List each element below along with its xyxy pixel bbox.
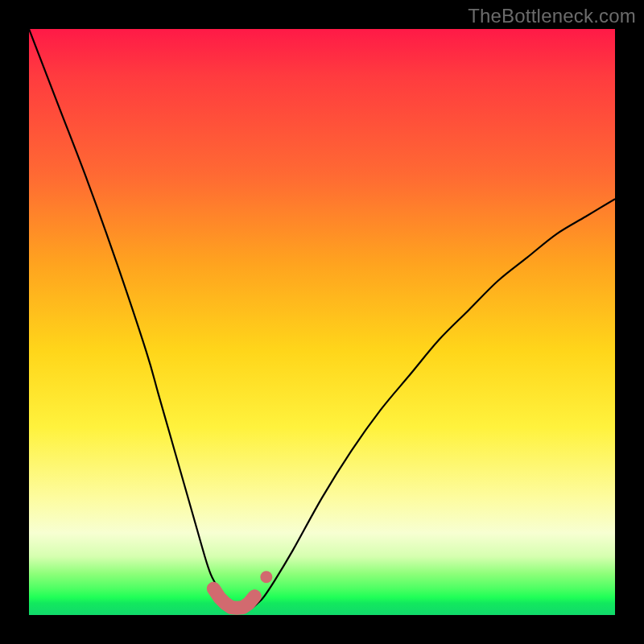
curve-svg <box>29 29 615 615</box>
plot-area <box>29 29 615 615</box>
watermark-text: TheBottleneck.com <box>468 5 636 27</box>
trough-marker-dot <box>260 571 272 583</box>
bottleneck-curve <box>29 29 615 609</box>
trough-marker-stroke <box>213 588 254 608</box>
chart-stage: TheBottleneck.com <box>0 0 644 644</box>
